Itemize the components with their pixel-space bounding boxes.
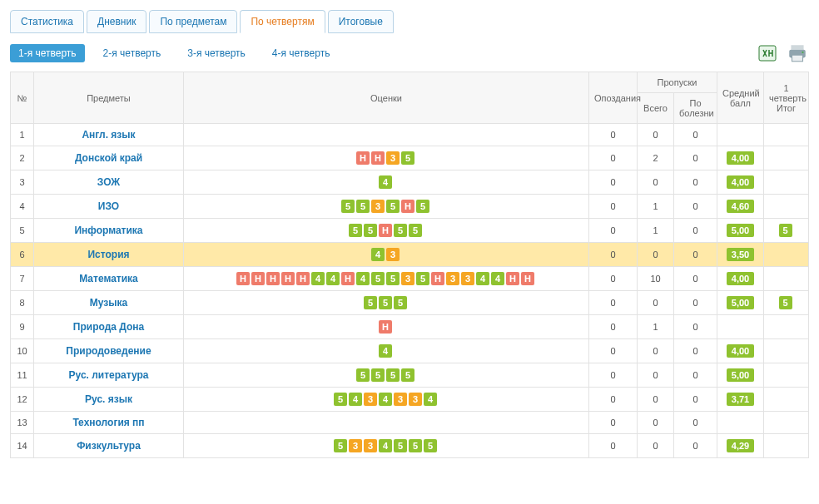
cell-late: 0 — [589, 146, 638, 170]
cell-marks — [184, 412, 589, 434]
header-final: 1 четверть Итог — [764, 72, 809, 124]
subject-link[interactable]: История — [87, 249, 129, 260]
cell-abs_ill: 0 — [674, 412, 717, 434]
cell-final — [764, 170, 809, 195]
mark-badge: 5 — [409, 439, 422, 452]
cell-late: 0 — [589, 291, 638, 315]
mark-badge: 3 — [386, 151, 400, 165]
mark-badge: 4 — [326, 272, 340, 285]
cell-late: 0 — [589, 315, 638, 339]
mark-badge: 4 — [349, 393, 362, 406]
excel-icon[interactable] — [756, 42, 779, 65]
subject-link[interactable]: Информатика — [74, 225, 142, 236]
mark-badge: 3 — [409, 393, 422, 406]
mark-badge: 5 — [356, 200, 370, 213]
subtab-quarter-4[interactable]: 4-я четверть — [264, 44, 339, 62]
mark-badge: 3 — [386, 248, 400, 261]
subtab-quarter-3[interactable]: 3-я четверть — [179, 44, 254, 62]
tab-0[interactable]: Статистика — [10, 10, 84, 33]
subject-link[interactable]: Музыка — [90, 297, 127, 309]
cell-abs_ill: 0 — [674, 363, 717, 388]
mark-badge: 5 — [394, 296, 407, 309]
subject-link[interactable]: ЗОЖ — [97, 176, 120, 188]
tab-4[interactable]: Итоговые — [328, 10, 394, 33]
cell-marks: 5535Н5 — [184, 195, 589, 219]
mark-badge: 5 — [401, 151, 414, 165]
subject-link[interactable]: Физкультура — [77, 440, 141, 452]
mark-badge: 3 — [364, 439, 377, 452]
header-late: Опоздания — [589, 72, 638, 124]
cell-abs_ill: 0 — [674, 434, 717, 458]
mark-badge: 3 — [461, 272, 474, 285]
subject-link[interactable]: Рус. литература — [69, 369, 149, 381]
avg-badge: 4,29 — [727, 439, 754, 452]
tab-3[interactable]: По четвертям — [240, 10, 325, 33]
cell-subject: Физкультура — [34, 434, 184, 458]
cell-abs_total: 0 — [638, 388, 674, 412]
cell-final — [764, 195, 809, 219]
cell-num: 14 — [11, 434, 34, 458]
header-abs-total: Всего — [638, 93, 674, 124]
cell-num: 10 — [11, 339, 34, 363]
cell-abs_total: 0 — [638, 291, 674, 315]
tab-2[interactable]: По предметам — [149, 10, 237, 33]
cell-subject: Рус. язык — [34, 388, 184, 412]
mark-badge: Н — [431, 272, 444, 285]
cell-final — [764, 243, 809, 267]
cell-final — [764, 363, 809, 388]
mark-badge: Н — [371, 151, 385, 165]
subject-link[interactable]: Природоведение — [66, 345, 151, 357]
cell-abs_ill: 0 — [674, 124, 717, 146]
cell-abs_ill: 0 — [674, 146, 717, 170]
mark-badge: 4 — [371, 248, 385, 261]
cell-abs_total: 0 — [638, 243, 674, 267]
mark-badge: 3 — [364, 393, 377, 406]
cell-marks — [184, 124, 589, 146]
cell-num: 9 — [11, 315, 34, 339]
avg-badge: 4,00 — [727, 344, 754, 358]
mark-badge: 5 — [416, 272, 429, 285]
mark-badge: 5 — [356, 368, 370, 382]
cell-marks: 5434334 — [184, 388, 589, 412]
print-icon[interactable] — [786, 42, 809, 65]
cell-subject: Музыка — [34, 291, 184, 315]
subject-link[interactable]: Англ. язык — [82, 129, 135, 141]
header-subject: Предметы — [34, 72, 184, 124]
cell-final — [764, 124, 809, 146]
subtab-quarter-2[interactable]: 2-я четверть — [95, 44, 170, 62]
avg-badge: 4,00 — [727, 272, 754, 285]
cell-avg: 4,00 — [717, 339, 764, 363]
mark-badge: 5 — [394, 439, 407, 452]
cell-subject: Англ. язык — [34, 124, 184, 146]
mark-badge: 5 — [416, 200, 429, 213]
cell-late: 0 — [589, 124, 638, 146]
svg-rect-1 — [791, 45, 803, 49]
mark-badge: 5 — [386, 272, 400, 285]
subject-link[interactable]: Математика — [79, 273, 138, 284]
tab-1[interactable]: Дневник — [87, 10, 146, 33]
cell-late: 0 — [589, 243, 638, 267]
subtab-quarter-1[interactable]: 1-я четверть — [10, 44, 85, 62]
subject-link[interactable]: Природа Дона — [73, 321, 144, 333]
mark-badge: 5 — [334, 393, 347, 406]
avg-badge: 4,00 — [727, 175, 754, 189]
subject-link[interactable]: Технология пп — [72, 417, 144, 428]
cell-avg: 4,00 — [717, 267, 764, 291]
avg-badge: 5,00 — [727, 296, 754, 309]
quarter-subtabs: 1-я четверть2-я четверть3-я четверть4-я … — [10, 44, 338, 62]
cell-abs_ill: 0 — [674, 243, 717, 267]
cell-avg — [717, 412, 764, 434]
mark-badge: 4 — [356, 272, 370, 285]
subject-link[interactable]: Донской край — [75, 152, 142, 164]
cell-num: 3 — [11, 170, 34, 195]
cell-late: 0 — [589, 219, 638, 243]
mark-badge: 3 — [371, 200, 385, 213]
cell-final — [764, 388, 809, 412]
cell-abs_total: 10 — [638, 267, 674, 291]
cell-num: 1 — [11, 124, 34, 146]
subject-link[interactable]: ИЗО — [98, 200, 119, 212]
cell-late: 0 — [589, 388, 638, 412]
subject-link[interactable]: Рус. язык — [85, 393, 132, 405]
mark-badge: 4 — [476, 272, 489, 285]
mark-badge: Н — [296, 272, 310, 285]
